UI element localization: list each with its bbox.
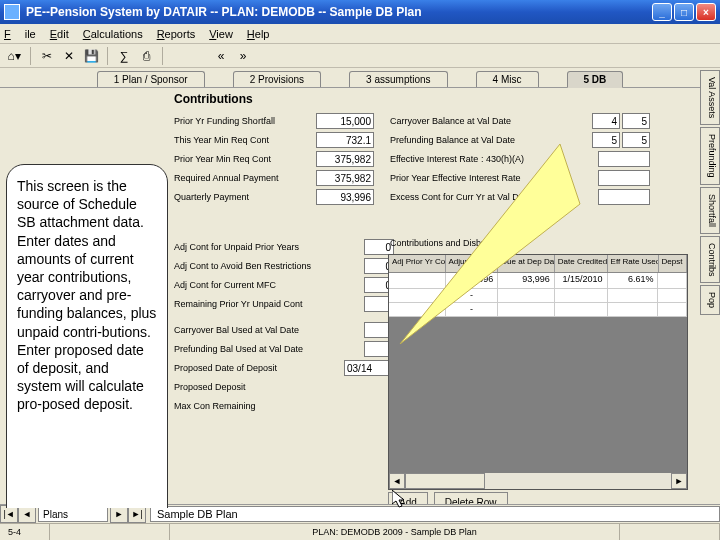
grid-cell[interactable]: 6.61% (608, 273, 659, 289)
input-quarterly[interactable] (316, 189, 374, 205)
input-prior-shortfall[interactable] (316, 113, 374, 129)
label-prop-deposit: Proposed Deposit (174, 382, 394, 392)
label-prior-min-req: Prior Year Min Req Cont (174, 154, 316, 164)
grid-cell[interactable]: 93,996 (446, 273, 499, 289)
tab-provisions[interactable]: 2 Provisions (233, 71, 321, 87)
tab-db[interactable]: 5 DB (567, 71, 624, 88)
menu-help[interactable]: Help (247, 28, 270, 40)
contributions-grid[interactable]: Adj Prior Yr Cont Adjusted Qtrly Due at … (388, 254, 688, 490)
mouse-cursor-icon (392, 490, 408, 508)
label-max-con: Max Con Remaining (174, 401, 394, 411)
tab-misc[interactable]: 4 Misc (476, 71, 539, 87)
scroll-thumb[interactable] (405, 473, 485, 489)
label-rem-unpaid: Remaining Prior Yr Unpaid Cont (174, 299, 364, 309)
grid-cell[interactable] (389, 273, 446, 289)
gh-adj-prior[interactable]: Adj Prior Yr Cont (389, 255, 446, 272)
label-adj-restrict: Adj Cont to Avoid Ben Restrictions (174, 261, 364, 271)
label-prior-eff-rate: Prior Year Effective Interest Rate (390, 173, 598, 183)
label-carryover-bal: Carryover Balance at Val Date (390, 116, 592, 126)
input-prefund-bal-a[interactable] (592, 132, 620, 148)
tool-cancel-icon[interactable]: ✕ (59, 46, 79, 66)
tool-cut-icon[interactable]: ✂ (37, 46, 57, 66)
label-adj-mfc: Adj Cont for Current MFC (174, 280, 364, 290)
top-tabs: 1 Plan / Sponsor 2 Provisions 3 assumpti… (0, 68, 720, 88)
toolbar: ⌂▾ ✂ ✕ 💾 ∑ ⎙ « » (0, 44, 720, 68)
label-prefund-used: Prefunding Bal Used at Val Date (174, 344, 364, 354)
grid-hscrollbar[interactable]: ◄ ► (389, 473, 687, 489)
grid-header: Adj Prior Yr Cont Adjusted Qtrly Due at … (389, 255, 687, 273)
label-quarterly: Quarterly Payment (174, 192, 316, 202)
left-fields-upper: Prior Yr Funding Shortfall This Year Min… (174, 112, 374, 207)
sidetab-pop[interactable]: Pop (700, 285, 720, 315)
svg-marker-1 (392, 490, 404, 507)
input-prop-date[interactable] (344, 360, 394, 376)
grid-row[interactable]: - (389, 303, 687, 317)
window-titlebar: PE--Pension System by DATAIR -- PLAN: DE… (0, 0, 720, 24)
input-prior-min-req[interactable] (316, 151, 374, 167)
input-min-req-cont[interactable] (316, 132, 374, 148)
menu-reports[interactable]: Reports (157, 28, 196, 40)
input-prior-eff-rate[interactable] (598, 170, 650, 186)
gh-due-date[interactable]: Due at Dep Date (498, 255, 555, 272)
tab-assumptions[interactable]: 3 assumptions (349, 71, 447, 87)
label-eff-rate: Effective Interest Rate : 430(h)(A) (390, 154, 598, 164)
label-req-annual: Required Annual Payment (174, 173, 316, 183)
input-req-annual[interactable] (316, 170, 374, 186)
input-carryover-bal-a[interactable] (592, 113, 620, 129)
tool-calc-icon[interactable]: ∑ (114, 46, 134, 66)
tool-next-icon[interactable]: » (233, 46, 253, 66)
grid-row[interactable]: 93,996 93,996 1/15/2010 6.61% (389, 273, 687, 289)
tool-print-icon[interactable]: ⎙ (136, 46, 156, 66)
status-page: 5-4 (0, 524, 50, 540)
input-prefund-bal-b[interactable] (622, 132, 650, 148)
panel-title: Contributions (174, 92, 253, 106)
menu-edit[interactable]: Edit (50, 28, 69, 40)
menu-file[interactable]: File (4, 28, 36, 40)
window-title: PE--Pension System by DATAIR -- PLAN: DE… (26, 5, 652, 19)
tool-save-icon[interactable]: 💾 (81, 46, 101, 66)
tool-prev-icon[interactable]: « (211, 46, 231, 66)
label-min-req-cont: This Year Min Req Cont (174, 135, 316, 145)
scroll-left-icon[interactable]: ◄ (389, 473, 405, 489)
label-prop-date: Proposed Date of Deposit (174, 363, 344, 373)
sidetab-contribs[interactable]: Contribs (700, 236, 720, 284)
statusbar: |◄ ◄ Plans ► ►| Sample DB Plan 5-4 PLAN:… (0, 504, 720, 540)
input-excess-cont[interactable] (598, 189, 650, 205)
help-callout: This screen is the source of Schedule SB… (6, 164, 168, 508)
content-area: Contributions Prior Yr Funding Shortfall… (0, 88, 720, 508)
label-adj-unpaid: Adj Cont for Unpaid Prior Years (174, 242, 364, 252)
sidetab-prefunding[interactable]: Prefunding (700, 127, 720, 185)
input-eff-rate[interactable] (598, 151, 650, 167)
app-icon (4, 4, 20, 20)
grid-cell[interactable] (658, 273, 687, 289)
gh-eff-rate[interactable]: Eff Rate Used (608, 255, 659, 272)
menu-calculations[interactable]: Calculations (83, 28, 143, 40)
grid-row[interactable]: - (389, 289, 687, 303)
menu-view[interactable]: View (209, 28, 233, 40)
label-carry-used: Carryover Bal Used at Val Date (174, 325, 364, 335)
sidetab-val-assets[interactable]: Val Assets (700, 70, 720, 125)
tab-plan-sponsor[interactable]: 1 Plan / Sponsor (97, 71, 205, 87)
group-label-contribs: Contributions and Disbursements (390, 238, 523, 248)
side-tabs: Val Assets Prefunding Shortfall Contribs… (700, 70, 720, 317)
scroll-right-icon[interactable]: ► (671, 473, 687, 489)
right-fields-upper: Carryover Balance at Val Date Prefunding… (390, 112, 650, 207)
tool-home-icon[interactable]: ⌂▾ (4, 46, 24, 66)
label-prefund-bal: Prefunding Balance at Val Date (390, 135, 592, 145)
callout-text: This screen is the source of Schedule SB… (17, 178, 156, 412)
left-fields-lower: Adj Cont for Unpaid Prior Years Adj Cont… (174, 238, 394, 416)
gh-credited[interactable]: Date Credited (555, 255, 608, 272)
close-button[interactable]: × (696, 3, 716, 21)
label-excess-cont: Excess Cont for Curr Yr at Val Date (390, 192, 598, 202)
sidetab-shortfall[interactable]: Shortfall (700, 187, 720, 234)
nav-field[interactable]: Plans (38, 506, 108, 522)
minimize-button[interactable]: _ (652, 3, 672, 21)
gh-adj-qtrly[interactable]: Adjusted Qtrly (446, 255, 499, 272)
grid-cell[interactable]: 93,996 (498, 273, 555, 289)
menubar: File Edit Calculations Reports View Help (0, 24, 720, 44)
grid-cell[interactable]: 1/15/2010 (555, 273, 608, 289)
label-prior-shortfall: Prior Yr Funding Shortfall (174, 116, 316, 126)
input-carryover-bal-b[interactable] (622, 113, 650, 129)
maximize-button[interactable]: □ (674, 3, 694, 21)
gh-depst[interactable]: Depst (659, 255, 687, 272)
